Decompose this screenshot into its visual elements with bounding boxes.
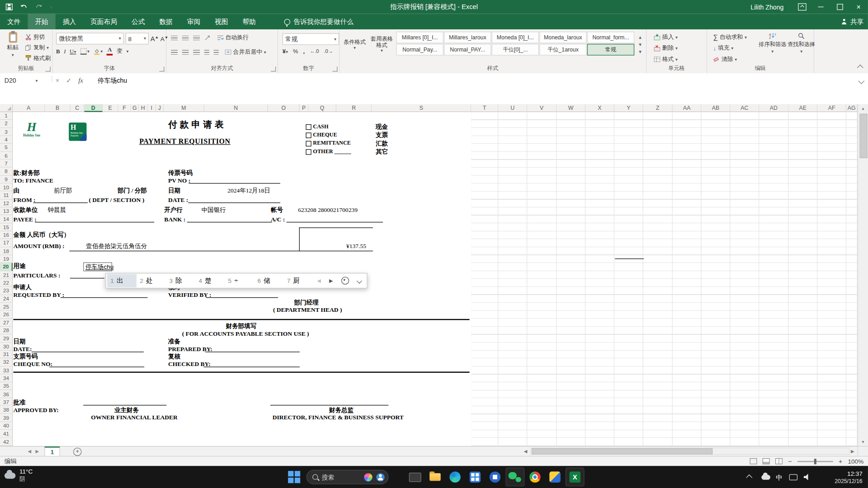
style-gallery-item[interactable]: Normal_form...: [587, 32, 634, 43]
taskbar-clock[interactable]: 12:37 2025/12/16: [835, 470, 862, 485]
row-header-11[interactable]: 11: [0, 192, 13, 200]
row-header-35[interactable]: 35: [0, 382, 13, 390]
row-header-31[interactable]: 31: [0, 351, 13, 359]
row-header-1[interactable]: 1: [0, 112, 13, 120]
column-header-AG[interactable]: AG: [846, 104, 858, 112]
column-header-Z[interactable]: Z: [643, 104, 673, 112]
column-header-AC[interactable]: AC: [731, 104, 760, 112]
percent-style-button[interactable]: %: [293, 48, 298, 55]
row-header-27[interactable]: 27: [0, 319, 13, 327]
row-header-25[interactable]: 25: [0, 303, 13, 311]
ime-candidate-4[interactable]: 4楚: [195, 274, 225, 287]
fill-button[interactable]: ↓ 填充▾: [712, 44, 749, 53]
column-header-T[interactable]: T: [471, 104, 498, 112]
row-header-30[interactable]: 30: [0, 343, 13, 351]
autosum-button[interactable]: ∑ 自动求和▾: [712, 33, 749, 42]
column-header-U[interactable]: U: [498, 104, 527, 112]
align-left-icon[interactable]: [171, 50, 178, 55]
close-button[interactable]: ×: [849, 0, 868, 14]
row-header-3[interactable]: 3: [0, 128, 13, 136]
signed-in-user[interactable]: Lilith Zhong: [750, 4, 783, 10]
ribbon-tab-3[interactable]: 页面布局: [83, 14, 124, 29]
style-gallery-item[interactable]: Millares [0]_I...: [396, 32, 443, 43]
scroll-up-icon[interactable]: ▲: [858, 104, 868, 113]
column-header-S[interactable]: S: [372, 104, 471, 112]
row-header-7[interactable]: 7: [0, 160, 13, 168]
hscroll-right-icon[interactable]: ▶: [851, 449, 854, 454]
row-header-15[interactable]: 15: [0, 223, 13, 231]
comma-style-button[interactable]: ,: [303, 48, 305, 55]
blue-app-icon-1[interactable]: [466, 468, 485, 487]
alignment-dialog-launcher[interactable]: [271, 66, 276, 71]
row-header-18[interactable]: 18: [0, 247, 13, 255]
name-box-dropdown-icon[interactable]: ▾: [36, 78, 38, 83]
page-break-view-icon[interactable]: [775, 458, 783, 465]
ribbon-tab-2[interactable]: 插入: [56, 14, 83, 29]
row-header-12[interactable]: 12: [0, 199, 13, 207]
ime-language-indicator[interactable]: 中: [776, 473, 783, 483]
speaker-icon[interactable]: [804, 474, 811, 480]
collapse-ribbon-icon[interactable]: [857, 65, 863, 71]
active-cell-editor[interactable]: 停车场chu: [83, 263, 112, 272]
start-button[interactable]: [288, 471, 300, 483]
zoom-slider[interactable]: [797, 461, 833, 462]
column-header-AE[interactable]: AE: [788, 104, 817, 112]
row-header-39[interactable]: 39: [0, 414, 13, 422]
gallery-more-icon[interactable]: ▼: [638, 49, 642, 54]
share-button[interactable]: 共享: [841, 14, 863, 29]
column-header-A[interactable]: A: [13, 104, 45, 112]
align-top-icon[interactable]: [171, 35, 178, 40]
merge-center-button[interactable]: 合并后居中▾: [223, 48, 268, 57]
column-header-N[interactable]: N: [204, 104, 268, 112]
decrease-decimal-button[interactable]: .0→: [324, 48, 333, 54]
row-header-29[interactable]: 29: [0, 334, 13, 343]
ribbon-tab-6[interactable]: 审阅: [180, 14, 208, 29]
row-header-14[interactable]: 14: [0, 216, 13, 224]
column-headers[interactable]: ABCDEFGHIJMNOPQRSTUVWXYZAAABACADAEAFAG: [13, 104, 857, 112]
blue-app-icon-2[interactable]: [486, 468, 505, 487]
ime-prev-page-icon[interactable]: ◀: [317, 278, 321, 283]
increase-decimal-button[interactable]: ←.0: [310, 48, 319, 54]
style-gallery-item[interactable]: Moneda [0]_I...: [492, 32, 539, 43]
sheet-nav-right-icon[interactable]: ▶: [36, 449, 39, 454]
column-header-H[interactable]: H: [139, 104, 148, 112]
style-gallery-item[interactable]: Millares_laroux: [444, 32, 491, 43]
row-header-28[interactable]: 28: [0, 327, 13, 335]
formula-bar-expand-icon[interactable]: [858, 78, 864, 84]
excel-icon[interactable]: X: [566, 468, 585, 487]
font-dialog-launcher[interactable]: [159, 66, 164, 71]
ime-candidate-5[interactable]: 5÷: [225, 274, 254, 287]
sheet-nav-left-icon[interactable]: ◀: [28, 449, 31, 454]
font-size-select[interactable]: 8▾: [125, 33, 149, 44]
column-header-Q[interactable]: Q: [309, 104, 336, 112]
column-header-B[interactable]: B: [45, 104, 70, 112]
ime-candidate-3[interactable]: 3除: [166, 274, 195, 287]
vertical-scrollbar[interactable]: ▲ ▼: [858, 104, 868, 446]
scroll-down-icon[interactable]: ▼: [858, 438, 868, 446]
row-header-42[interactable]: 42: [0, 438, 13, 446]
dark-app-icon[interactable]: [406, 468, 425, 487]
row-header-22[interactable]: 22: [0, 279, 13, 287]
ime-tools-icon[interactable]: [341, 277, 349, 285]
row-header-33[interactable]: 33: [0, 366, 13, 375]
gallery-scroll-up-icon[interactable]: ▲: [638, 35, 642, 40]
bold-button[interactable]: B: [56, 48, 60, 54]
row-header-20[interactable]: 20: [0, 263, 13, 271]
formula-bar-gripper[interactable]: ⋮: [49, 75, 55, 83]
column-header-J[interactable]: J: [156, 104, 164, 112]
minimize-button[interactable]: [811, 0, 830, 14]
style-gallery-item[interactable]: 千位[0]_...: [492, 44, 539, 56]
row-header-26[interactable]: 26: [0, 311, 13, 319]
clear-button[interactable]: 清除▾: [712, 55, 749, 64]
italic-button[interactable]: I: [64, 48, 66, 54]
ime-candidate-2[interactable]: 2处: [137, 274, 166, 287]
column-header-X[interactable]: X: [585, 104, 614, 112]
column-header-Y[interactable]: Y: [614, 104, 643, 112]
row-header-16[interactable]: 16: [0, 231, 13, 239]
maximize-button[interactable]: [830, 0, 849, 14]
ribbon-tab-7[interactable]: 视图: [208, 14, 235, 29]
paste-button[interactable]: 粘贴▾: [3, 32, 22, 63]
row-header-32[interactable]: 32: [0, 358, 13, 366]
new-sheet-button[interactable]: +: [73, 448, 81, 456]
style-gallery-item[interactable]: 常规: [587, 44, 634, 56]
